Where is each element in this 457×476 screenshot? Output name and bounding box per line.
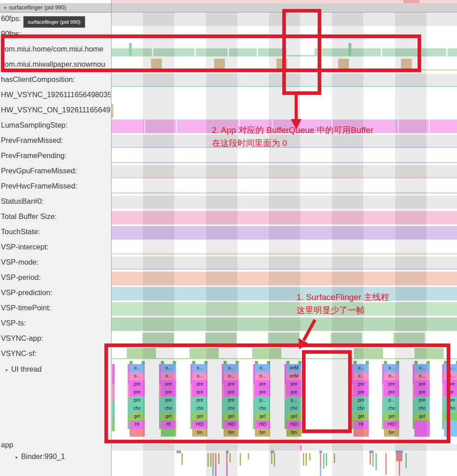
track-label[interactable]: PrevFrameMissed: xyxy=(1,135,111,145)
binder-slice[interactable] xyxy=(396,453,402,461)
trace-slice[interactable] xyxy=(129,429,145,437)
trace-slice[interactable]: pre xyxy=(286,380,302,388)
counter-bar-gray[interactable] xyxy=(111,196,457,209)
track-label[interactable]: com.miui.home/com.miui.home xyxy=(1,44,111,54)
trace-slice[interactable]: pre xyxy=(161,380,176,388)
trace-slice[interactable]: pre xyxy=(444,380,457,388)
panel-divider[interactable] xyxy=(111,0,112,476)
binder-slice[interactable] xyxy=(271,453,272,464)
trace-slice[interactable]: HID xyxy=(286,420,302,429)
trace-slice[interactable]: HID xyxy=(384,420,399,429)
thread-row-ui-thread[interactable]: ▾UI thread xyxy=(5,365,42,373)
trace-slice[interactable]: pre xyxy=(384,388,399,396)
process-header-row[interactable]: ▾surfaceflinger (pid 990) xyxy=(0,3,457,13)
trace-slice[interactable]: cho xyxy=(224,404,239,412)
trace-slice[interactable]: o... xyxy=(224,372,239,380)
trace-slice[interactable]: cho xyxy=(354,404,369,412)
trace-slice[interactable] xyxy=(161,429,176,437)
trace-slice[interactable]: o... xyxy=(354,364,369,372)
counter-bar[interactable] xyxy=(111,211,457,224)
trace-slice[interactable]: pre xyxy=(192,380,207,388)
trace-slice[interactable]: p... xyxy=(255,396,270,404)
binder-slice[interactable] xyxy=(320,453,321,467)
trace-slice[interactable]: o... xyxy=(384,372,399,380)
track-label[interactable]: HW_VSYNC_1926111656498035 xyxy=(1,90,111,99)
trace-slice[interactable]: bin xyxy=(224,429,239,437)
binder-slice-cap[interactable] xyxy=(177,450,181,453)
trace-slice[interactable]: get xyxy=(161,412,176,420)
trace-slice[interactable]: cho xyxy=(286,404,302,412)
trace-slice[interactable]: HID xyxy=(255,420,270,429)
trace-slice[interactable]: o... xyxy=(129,372,145,380)
process-row-app[interactable]: app xyxy=(1,441,13,449)
counter-bar-gray[interactable] xyxy=(111,13,457,26)
trace-slice[interactable]: bin xyxy=(192,429,207,437)
trace-slice[interactable]: pre xyxy=(354,380,369,388)
slice-sliver-partial[interactable] xyxy=(112,364,115,431)
trace-slice[interactable]: cho xyxy=(384,404,399,412)
trace-slice[interactable]: HID xyxy=(192,420,207,429)
trace-slice[interactable]: pre xyxy=(192,388,207,396)
binder-slice[interactable] xyxy=(248,453,249,459)
track-label[interactable]: VSYNC-sf: xyxy=(1,348,111,358)
trace-slice[interactable]: pre xyxy=(224,388,239,396)
trace-slice[interactable]: pre xyxy=(255,380,270,388)
trace-slice[interactable]: cho xyxy=(129,404,145,412)
track-label[interactable]: com.miui.miwallpaper.snowmou xyxy=(1,59,111,69)
binder-slice[interactable] xyxy=(229,453,231,462)
trace-slice[interactable] xyxy=(414,420,430,437)
trace-slice[interactable]: o... xyxy=(384,364,399,372)
trace-slice[interactable]: pre xyxy=(224,380,239,388)
vsync-app-pulse[interactable] xyxy=(331,333,362,345)
thread-row-binder[interactable]: ▾Binder:990_1 xyxy=(15,452,65,461)
track-label[interactable]: LumaSamplingStep: xyxy=(1,120,111,130)
binder-slice[interactable] xyxy=(274,453,275,467)
buffer-block-wallpaper[interactable] xyxy=(401,59,412,70)
trace-slice[interactable]: o... xyxy=(414,372,430,380)
trace-slice[interactable]: o... xyxy=(161,364,176,372)
trace-slice[interactable]: cho xyxy=(161,404,176,412)
trace-slice[interactable]: pre xyxy=(414,396,430,404)
track-label[interactable]: hasClientComposition: xyxy=(1,74,111,84)
binder-slice[interactable] xyxy=(326,453,327,466)
counter-bar-gray[interactable] xyxy=(111,165,457,178)
counter-bar[interactable] xyxy=(111,226,457,240)
trace-slice[interactable]: cho xyxy=(255,404,270,412)
trace-slice[interactable]: bin xyxy=(255,429,270,437)
binder-slice[interactable] xyxy=(399,461,400,476)
binder-slice[interactable] xyxy=(370,453,371,465)
track-label[interactable]: VSP-timePoint: xyxy=(1,303,111,313)
trace-slice[interactable]: o... xyxy=(255,372,270,380)
vsync-sf-pulse[interactable] xyxy=(414,348,444,359)
trace-slice[interactable] xyxy=(444,420,457,437)
trace-slice[interactable]: o... xyxy=(129,364,145,372)
trace-slice[interactable]: HI xyxy=(354,420,369,429)
vsync-sf-pulse[interactable] xyxy=(190,348,219,359)
buffer-bar-home[interactable] xyxy=(111,48,457,56)
trace-slice[interactable]: get xyxy=(384,412,399,420)
trace-slice[interactable]: pre xyxy=(161,396,176,404)
trace-slice[interactable]: get xyxy=(286,412,302,420)
trace-slice[interactable]: o... xyxy=(224,364,239,372)
binder-slice[interactable] xyxy=(372,453,374,467)
collapse-icon[interactable]: ▾ xyxy=(4,4,6,13)
track-label[interactable]: VSP-ts: xyxy=(1,318,111,328)
trace-slice[interactable]: pre xyxy=(129,380,145,388)
track-label[interactable]: Total Buffer Size: xyxy=(1,211,111,221)
trace-slice[interactable]: o... xyxy=(255,364,270,372)
binder-slice[interactable] xyxy=(385,453,387,475)
trace-slice[interactable]: get xyxy=(224,412,239,420)
trace-slice[interactable]: pre xyxy=(414,388,430,396)
binder-slice[interactable] xyxy=(212,453,214,466)
counter-bar[interactable] xyxy=(111,302,457,316)
trace-slice[interactable]: pre xyxy=(414,380,430,388)
trace-slice[interactable]: o... xyxy=(444,372,457,380)
trace-slice[interactable]: cho xyxy=(192,404,207,412)
trace-slice[interactable]: pre xyxy=(384,380,399,388)
trace-slice[interactable]: get xyxy=(414,412,430,420)
binder-slice[interactable] xyxy=(210,453,211,467)
trace-slice[interactable]: pre xyxy=(255,388,270,396)
binder-slice[interactable] xyxy=(309,453,310,460)
collapse-icon[interactable]: ▾ xyxy=(5,368,8,373)
counter-bar[interactable] xyxy=(111,287,457,300)
